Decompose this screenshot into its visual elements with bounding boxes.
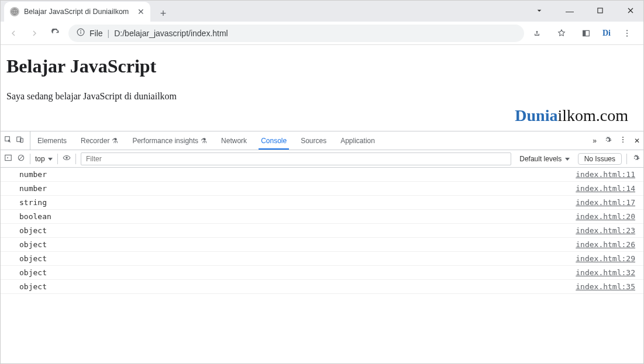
svg-point-7 — [626, 30, 628, 31]
window-maximize-icon[interactable] — [592, 6, 608, 16]
window-minimize-icon[interactable]: — — [562, 6, 578, 16]
svg-line-18 — [19, 156, 23, 160]
back-button[interactable] — [5, 25, 22, 41]
console-toolbar: top Default levels No Issues — [1, 150, 643, 168]
console-row: objectindex.html:32 — [1, 266, 643, 280]
devtools-tab-network[interactable]: Network — [214, 131, 254, 150]
window-dropdown-icon[interactable] — [531, 6, 547, 17]
page-watermark: Duniailkom.com — [6, 106, 638, 125]
svg-point-14 — [622, 139, 624, 140]
devtools-tab-performance-insights[interactable]: Performance insights⚗ — [125, 131, 214, 150]
console-message: object — [19, 240, 47, 249]
flask-icon: ⚗ — [201, 137, 207, 145]
devtools-tab-console[interactable]: Console — [254, 131, 294, 150]
devtools-menu-icon[interactable] — [619, 136, 627, 145]
page-heading: Belajar JavaScript — [6, 56, 638, 77]
window-close-icon[interactable] — [622, 6, 639, 17]
address-bar[interactable]: File | D:/belajar_javascript/index.html — [68, 25, 524, 42]
browser-tab[interactable]: Belajar JavaScript di Duniailkom ✕ — [4, 2, 150, 22]
svg-rect-6 — [583, 30, 586, 36]
console-message: object — [19, 282, 47, 291]
console-message: string — [19, 198, 47, 207]
browser-toolbar: File | D:/belajar_javascript/index.html … — [1, 22, 643, 45]
console-message: object — [19, 268, 47, 277]
svg-point-13 — [622, 137, 624, 138]
console-message: object — [19, 254, 47, 263]
site-info-icon[interactable] — [77, 28, 85, 38]
globe-favicon-icon — [10, 7, 19, 16]
console-row: objectindex.html:29 — [1, 252, 643, 266]
console-row: objectindex.html:35 — [1, 280, 643, 294]
page-content: Belajar JavaScript Saya sedang belajar J… — [1, 45, 643, 131]
console-source-link[interactable]: index.html:23 — [576, 226, 635, 235]
url-scheme: File — [89, 29, 103, 38]
reload-button[interactable] — [47, 25, 64, 41]
svg-point-9 — [626, 35, 628, 36]
console-row: objectindex.html:26 — [1, 238, 643, 252]
console-message: number — [19, 170, 47, 179]
clear-console-icon[interactable] — [17, 154, 25, 164]
console-row: booleanindex.html:20 — [1, 210, 643, 224]
console-output[interactable]: numberindex.html:11numberindex.html:14st… — [1, 168, 643, 294]
devtools-tabbar: Elements Recorder⚗ Performance insights⚗… — [1, 131, 643, 150]
console-message: boolean — [19, 212, 51, 221]
devtools-tab-sources[interactable]: Sources — [294, 131, 333, 150]
share-icon[interactable] — [529, 25, 545, 41]
issues-button[interactable]: No Issues — [578, 153, 622, 165]
console-source-link[interactable]: index.html:17 — [576, 198, 635, 207]
devtools-more-tabs-icon[interactable]: » — [593, 137, 597, 145]
url-separator: | — [108, 29, 110, 38]
live-expression-icon[interactable] — [63, 154, 71, 164]
toolbar-right: Di — [529, 25, 639, 41]
devtools-tab-application[interactable]: Application — [333, 131, 382, 150]
watermark-blue: Dunia — [515, 106, 557, 124]
console-row: stringindex.html:17 — [1, 196, 643, 210]
console-source-link[interactable]: index.html:11 — [576, 170, 635, 179]
console-message: number — [19, 184, 47, 193]
console-source-link[interactable]: index.html:26 — [576, 240, 635, 249]
new-tab-button[interactable]: + — [155, 5, 171, 22]
console-row: numberindex.html:14 — [1, 182, 643, 196]
svg-point-15 — [622, 141, 624, 143]
console-source-link[interactable]: index.html:35 — [576, 282, 635, 291]
console-source-link[interactable]: index.html:14 — [576, 184, 635, 193]
console-message: object — [19, 226, 47, 235]
console-settings-icon[interactable] — [632, 154, 640, 164]
log-levels-selector[interactable]: Default levels — [516, 155, 573, 163]
devtools-tab-recorder[interactable]: Recorder⚗ — [74, 131, 125, 150]
context-selector[interactable]: top — [35, 155, 53, 163]
side-panel-icon[interactable] — [578, 25, 594, 41]
tab-title: Belajar JavaScript di Duniailkom — [24, 8, 133, 16]
url-text: D:/belajar_javascript/index.html — [114, 29, 228, 38]
browser-menu-icon[interactable] — [619, 25, 635, 41]
console-sidebar-toggle-icon[interactable] — [4, 154, 12, 164]
svg-point-8 — [626, 32, 628, 33]
svg-rect-0 — [598, 8, 602, 12]
bookmark-star-icon[interactable] — [553, 25, 570, 41]
forward-button[interactable] — [26, 25, 43, 41]
devtools-tab-elements[interactable]: Elements — [30, 131, 74, 150]
devtools-panel: Elements Recorder⚗ Performance insights⚗… — [1, 131, 643, 294]
console-row: objectindex.html:23 — [1, 224, 643, 238]
page-paragraph: Saya sedang belajar JavaScript di duniai… — [6, 91, 638, 102]
flask-icon: ⚗ — [112, 137, 118, 145]
svg-point-19 — [66, 157, 68, 159]
extension-badge[interactable]: Di — [602, 30, 611, 36]
watermark-black: ilkom.com — [557, 106, 628, 124]
device-toggle-icon[interactable] — [16, 136, 24, 145]
console-source-link[interactable]: index.html:32 — [576, 268, 635, 277]
console-row: numberindex.html:11 — [1, 168, 643, 182]
console-filter-input[interactable] — [81, 152, 511, 165]
console-source-link[interactable]: index.html:29 — [576, 254, 635, 263]
devtools-close-icon[interactable]: ✕ — [634, 137, 640, 145]
tab-close-icon[interactable]: ✕ — [137, 7, 144, 16]
devtools-settings-icon[interactable] — [604, 136, 612, 145]
inspect-element-icon[interactable] — [4, 136, 12, 145]
console-source-link[interactable]: index.html:20 — [576, 212, 635, 221]
